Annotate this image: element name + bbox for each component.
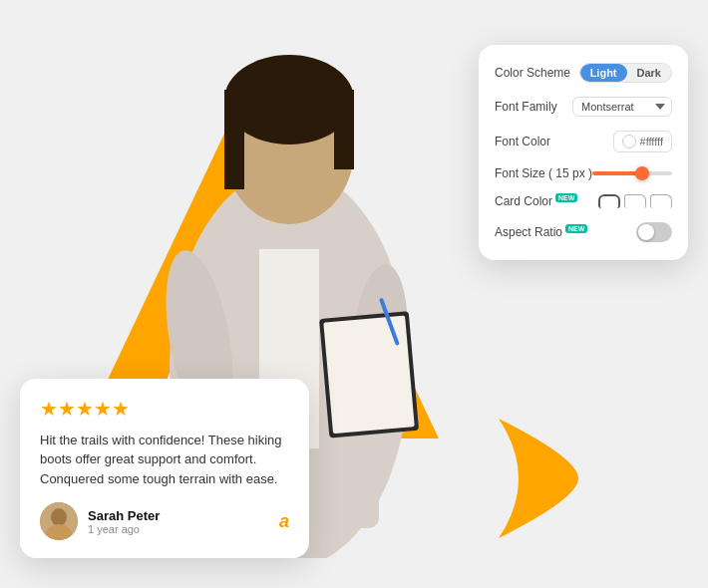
dark-mode-button[interactable]: Dark <box>627 64 671 82</box>
reviewer-avatar <box>40 502 78 540</box>
font-size-row: Font Size ( 15 px ) <box>495 166 672 180</box>
reviewer-details: Sarah Peter 1 year ago <box>88 508 269 535</box>
reviewer-name: Sarah Peter <box>88 508 269 523</box>
font-family-row: Font Family Montserrat Arial Roboto Open… <box>495 97 672 117</box>
slider-thumb <box>635 166 649 180</box>
color-scheme-row: Color Scheme Light Dark <box>495 63 672 83</box>
card-swatch-1[interactable] <box>598 194 620 208</box>
card-color-label: Card ColorNew <box>495 194 577 208</box>
amazon-logo: a <box>279 511 289 532</box>
color-scheme-label: Color Scheme <box>495 66 570 80</box>
review-card: ★★★★★ Hit the trails with confidence! Th… <box>20 379 309 559</box>
reviewer-time: 1 year ago <box>88 523 269 535</box>
right-accent-shape <box>499 419 578 538</box>
font-color-label: Font Color <box>495 135 550 148</box>
star-rating: ★★★★★ <box>40 397 289 421</box>
card-color-badge: New <box>555 193 577 202</box>
card-color-row: Card ColorNew <box>495 194 672 208</box>
review-text: Hit the trails with confidence! These hi… <box>40 431 289 489</box>
font-color-circle <box>622 135 636 148</box>
reviewer-info: Sarah Peter 1 year ago a <box>40 502 289 540</box>
svg-point-15 <box>51 508 67 526</box>
card-swatch-3[interactable] <box>650 194 672 208</box>
svg-rect-6 <box>334 90 354 169</box>
font-size-slider[interactable] <box>592 171 672 175</box>
color-scheme-toggle[interactable]: Light Dark <box>579 63 672 83</box>
font-size-label: Font Size ( 15 px ) <box>495 166 592 180</box>
font-family-label: Font Family <box>495 100 557 114</box>
svg-rect-5 <box>224 90 244 189</box>
aspect-ratio-toggle[interactable] <box>636 222 672 242</box>
font-color-hex: #ffffff <box>640 136 663 147</box>
svg-rect-12 <box>323 315 414 434</box>
card-color-options[interactable] <box>598 194 672 208</box>
aspect-ratio-row: Aspect RatioNew <box>495 222 672 242</box>
font-size-slider-container <box>592 171 672 175</box>
font-family-select[interactable]: Montserrat Arial Roboto Open Sans <box>572 97 672 117</box>
aspect-ratio-badge: New <box>565 224 587 233</box>
settings-panel: Color Scheme Light Dark Font Family Mont… <box>479 45 688 260</box>
light-mode-button[interactable]: Light <box>580 64 627 82</box>
toggle-knob <box>638 224 654 240</box>
font-color-row: Font Color #ffffff <box>495 131 672 152</box>
card-swatch-2[interactable] <box>624 194 646 208</box>
aspect-ratio-label: Aspect RatioNew <box>495 225 587 239</box>
font-color-picker[interactable]: #ffffff <box>613 131 672 152</box>
